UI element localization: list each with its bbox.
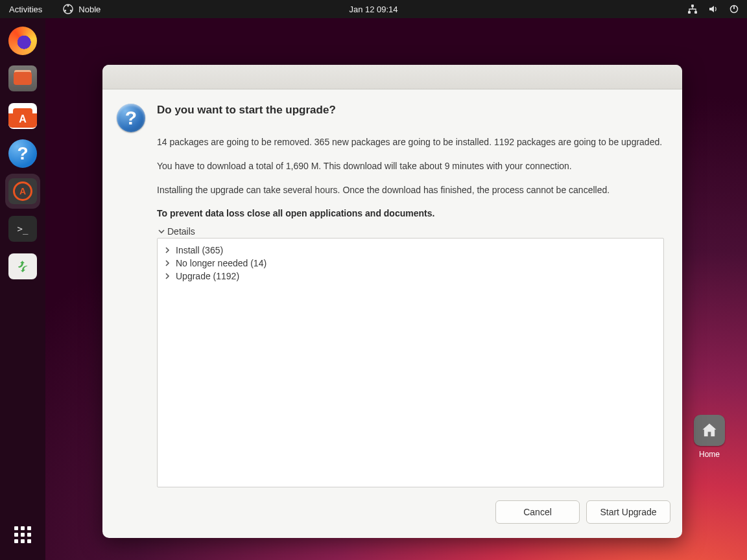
details-label: Details [167,226,195,237]
chevron-down-icon [158,228,165,235]
gnome-top-bar: Activities Noble Jan 12 09:14 [0,0,747,18]
dock-item-terminal[interactable] [5,211,40,246]
apps-grid-icon [14,526,31,543]
svg-rect-6 [694,11,697,14]
app-menu[interactable]: Noble [63,4,101,14]
network-icon[interactable] [687,4,698,14]
svg-rect-5 [688,11,691,14]
tree-label: Install (365) [176,245,223,255]
app-menu-label: Noble [78,5,101,14]
upgrade-dialog: ? Do you want to start the upgrade? 14 p… [102,65,682,538]
files-icon [8,65,37,91]
dock: ? [0,18,45,560]
chevron-right-icon [164,247,171,253]
start-upgrade-button[interactable]: Start Upgrade [586,500,670,524]
tree-row-remove[interactable]: No longer needed (14) [164,257,657,270]
show-applications-button[interactable] [5,517,40,552]
tree-label: Upgrade (1192) [176,271,239,281]
svg-point-2 [65,10,67,12]
dock-item-trash[interactable] [5,249,40,284]
dock-item-help[interactable]: ? [5,136,40,171]
volume-icon[interactable] [708,4,718,14]
svg-rect-4 [691,5,694,7]
firefox-icon [8,27,37,55]
dock-item-firefox[interactable] [5,23,40,58]
software-updater-icon [8,178,37,204]
details-tree[interactable]: Install (365) No longer needed (14) Upgr… [157,238,664,487]
cancel-button[interactable]: Cancel [495,500,580,524]
details-expander[interactable]: Details [157,226,664,237]
svg-point-1 [67,5,69,7]
dialog-download-info: You have to download a total of 1,690 M.… [157,160,664,172]
power-icon[interactable] [729,4,739,14]
dialog-actions: Cancel Start Upgrade [102,494,682,538]
dock-item-software[interactable] [5,99,40,134]
home-folder-icon [694,415,725,446]
ubuntu-logo-icon [63,4,73,14]
activities-button[interactable]: Activities [9,5,42,14]
question-icon: ? [117,104,145,132]
tree-row-install[interactable]: Install (365) [164,244,657,257]
tree-row-upgrade[interactable]: Upgrade (1192) [164,270,657,283]
software-center-icon [8,103,37,129]
clock[interactable]: Jan 12 09:14 [349,5,397,14]
chevron-right-icon [164,260,171,266]
dialog-summary: 14 packages are going to be removed. 365… [157,136,664,148]
dialog-titlebar[interactable] [102,65,682,89]
help-icon: ? [8,139,37,168]
terminal-icon [8,216,37,242]
dock-item-software-updater[interactable] [5,174,40,209]
desktop-icon-home[interactable]: Home [694,415,725,459]
trash-icon [8,253,37,279]
dialog-title: Do you want to start the upgrade? [157,104,664,117]
tree-label: No longer needed (14) [176,258,267,268]
chevron-right-icon [164,273,171,279]
desktop-icon-label: Home [694,450,725,459]
svg-point-3 [70,10,72,12]
dialog-install-note: Installing the upgrade can take several … [157,184,664,196]
dock-item-files[interactable] [5,61,40,96]
dialog-warning: To prevent data loss close all open appl… [157,208,664,218]
